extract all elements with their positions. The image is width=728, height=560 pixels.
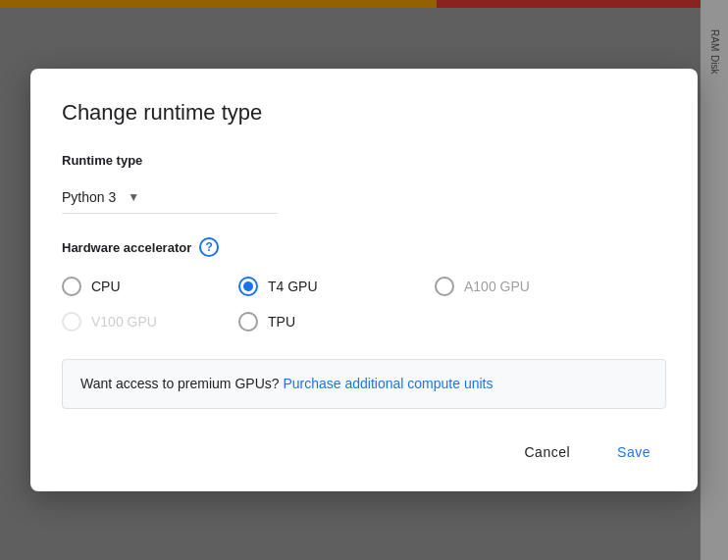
radio-circle-cpu [62, 277, 81, 296]
hardware-accelerator-section: Hardware accelerator ? CPU T4 GPU [62, 237, 666, 331]
runtime-type-label: Runtime type [62, 153, 666, 168]
info-box: Want access to premium GPUs? Purchase ad… [62, 359, 666, 409]
radio-option-tpu[interactable]: TPU [238, 312, 435, 331]
hardware-label-row: Hardware accelerator ? [62, 237, 666, 257]
radio-option-t4gpu[interactable]: T4 GPU [238, 277, 435, 296]
radio-option-cpu[interactable]: CPU [62, 277, 238, 296]
radio-label-a100gpu: A100 GPU [464, 279, 530, 294]
radio-label-v100gpu: V100 GPU [91, 314, 157, 330]
modal-overlay: Change runtime type Runtime type Python … [0, 0, 728, 560]
radio-circle-t4gpu [238, 277, 258, 296]
runtime-type-dropdown[interactable]: Python 3 ▼ [62, 181, 278, 213]
hardware-options-grid: CPU T4 GPU A100 GPU V100 GPU [62, 277, 666, 331]
chevron-down-icon: ▼ [128, 190, 139, 204]
radio-option-a100gpu[interactable]: A100 GPU [435, 277, 631, 296]
action-row: Cancel Save [62, 436, 666, 468]
runtime-type-value: Python 3 [62, 189, 116, 205]
save-button[interactable]: Save [601, 436, 666, 468]
radio-circle-v100gpu [62, 312, 81, 331]
radio-label-cpu: CPU [91, 279, 121, 294]
radio-option-v100gpu: V100 GPU [62, 312, 238, 331]
purchase-link[interactable]: Purchase additional compute units [283, 376, 493, 391]
radio-circle-tpu [238, 312, 258, 331]
runtime-type-section: Runtime type Python 3 ▼ [62, 153, 666, 214]
dropdown-divider [62, 213, 278, 214]
hardware-accelerator-label: Hardware accelerator [62, 240, 191, 255]
radio-label-tpu: TPU [268, 314, 295, 330]
info-box-text: Want access to premium GPUs? [80, 376, 280, 391]
cancel-button[interactable]: Cancel [508, 436, 586, 468]
radio-circle-a100gpu [435, 277, 454, 296]
dialog-title: Change runtime type [62, 100, 666, 126]
radio-label-t4gpu: T4 GPU [268, 279, 318, 294]
help-icon[interactable]: ? [199, 237, 219, 257]
dialog: Change runtime type Runtime type Python … [30, 69, 698, 491]
